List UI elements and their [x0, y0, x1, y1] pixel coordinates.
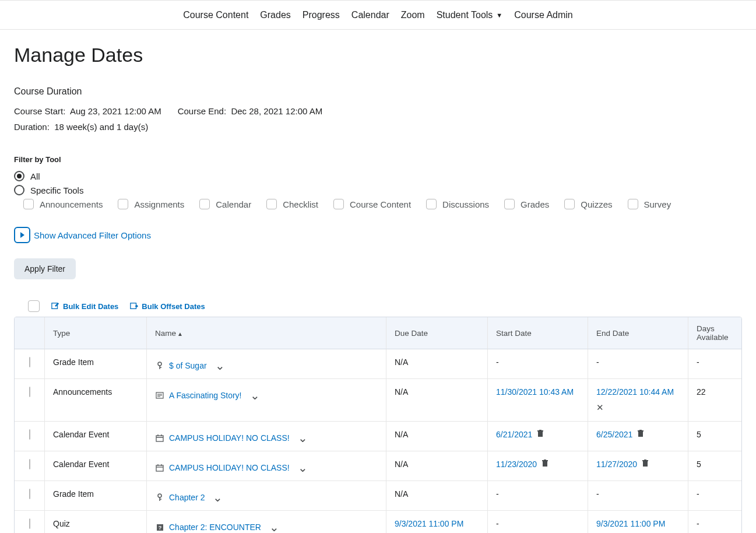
svg-point-2	[158, 362, 161, 366]
svg-rect-15	[539, 430, 541, 431]
tool-check-quizzes[interactable]: Quizzes	[564, 199, 612, 209]
course-length: Duration: 18 week(s) and 1 day(s)	[14, 122, 148, 132]
checkbox[interactable]	[266, 199, 277, 209]
start-cell: 11/30/2021 10:43 AM	[488, 379, 588, 422]
table-row: AnnouncementsA Fascinating Story!⌄N/A11/…	[15, 379, 741, 422]
start-cell: -	[488, 511, 588, 533]
start-date-link[interactable]: 11/23/2020	[496, 460, 537, 469]
start-date-link[interactable]: 6/21/2021	[496, 430, 532, 439]
type-cell: Announcements	[45, 379, 147, 422]
col-type-header[interactable]: Type	[45, 317, 147, 349]
tool-check-announcements[interactable]: Announcements	[23, 199, 103, 209]
checkbox[interactable]	[628, 199, 638, 209]
col-start-header[interactable]: Start Date	[488, 317, 588, 349]
days-cell: -	[688, 511, 741, 533]
tool-check-grades[interactable]: Grades	[504, 199, 549, 209]
end-date-link[interactable]: 11/27/2020	[596, 460, 637, 469]
row-checkbox[interactable]	[29, 459, 30, 469]
due-cell: N/A	[386, 422, 488, 451]
tool-check-checklist[interactable]: Checklist	[266, 199, 318, 209]
start-date-link[interactable]: 11/30/2021 10:43 AM	[496, 387, 574, 397]
row-checkbox[interactable]	[29, 387, 30, 397]
advanced-filter-link[interactable]: Show Advanced Filter Options	[34, 230, 151, 240]
nav-course-admin[interactable]: Course Admin	[514, 10, 573, 20]
end-date-link[interactable]: 9/3/2021 11:00 PM	[596, 519, 665, 528]
row-checkbox[interactable]	[29, 357, 30, 367]
filter-radio-all[interactable]: All	[14, 171, 742, 181]
expand-advanced-filter-icon[interactable]	[14, 227, 30, 243]
calendar-icon	[155, 434, 164, 442]
item-name-link[interactable]: Chapter 2: ENCOUNTER	[169, 523, 261, 532]
checkbox[interactable]	[118, 199, 128, 209]
type-cell: Calendar Event	[45, 451, 147, 481]
tool-check-calendar[interactable]: Calendar	[199, 199, 251, 209]
checkbox[interactable]	[564, 199, 575, 209]
tool-check-assignments[interactable]: Assignments	[118, 199, 184, 209]
checkbox[interactable]	[426, 199, 437, 209]
col-name-header[interactable]: Name▲	[147, 317, 386, 349]
bulk-edit-dates-link[interactable]: Bulk Edit Dates	[51, 302, 118, 311]
close-icon[interactable]: ✕	[596, 402, 680, 413]
nav-grades[interactable]: Grades	[260, 10, 290, 20]
trash-icon[interactable]	[537, 430, 544, 439]
nav-calendar[interactable]: Calendar	[351, 10, 389, 20]
checkbox[interactable]	[333, 199, 344, 209]
col-days-header[interactable]: Days Available	[688, 317, 741, 349]
due-cell: 9/3/2021 11:00 PM✕	[386, 511, 488, 533]
days-cell: 5	[688, 422, 741, 451]
item-name-link[interactable]: Chapter 2	[169, 493, 205, 502]
nav-student-tools[interactable]: Student Tools ▼	[437, 10, 503, 20]
tool-check-survey[interactable]: Survey	[628, 199, 671, 209]
col-end-header[interactable]: End Date	[588, 317, 688, 349]
course-start: Course Start: Aug 23, 2021 12:00 AM	[14, 106, 161, 116]
end-date-link[interactable]: 12/22/2021 10:44 AM	[596, 387, 674, 397]
row-checkbox[interactable]	[29, 518, 30, 529]
calendar-offset-icon	[130, 302, 138, 310]
radio-specific[interactable]	[14, 185, 24, 195]
end-date-link[interactable]: 6/25/2021	[596, 430, 632, 439]
svg-rect-9	[156, 436, 163, 441]
chevron-down-icon[interactable]: ⌄	[269, 524, 279, 530]
chevron-down-icon[interactable]: ⌄	[250, 392, 260, 398]
end-cell: -	[588, 349, 688, 379]
item-name-link[interactable]: A Fascinating Story!	[169, 391, 242, 400]
filter-radio-specific[interactable]: Specific Tools	[14, 185, 742, 195]
type-cell: Quiz	[45, 511, 147, 533]
svg-rect-26	[643, 461, 648, 467]
item-name-link[interactable]: CAMPUS HOLIDAY! NO CLASS!	[169, 433, 290, 443]
select-all-checkbox[interactable]	[28, 300, 40, 312]
chevron-down-icon[interactable]: ⌄	[298, 435, 308, 441]
tool-check-discussions[interactable]: Discussions	[426, 199, 489, 209]
trash-icon[interactable]	[637, 430, 644, 439]
row-checkbox[interactable]	[29, 489, 30, 499]
nav-progress[interactable]: Progress	[303, 10, 340, 20]
checkbox[interactable]	[199, 199, 210, 209]
chevron-down-icon[interactable]: ⌄	[213, 495, 223, 500]
start-cell: -	[488, 349, 588, 379]
bulk-offset-dates-link[interactable]: Bulk Offset Dates	[130, 302, 205, 311]
apply-filter-button[interactable]: Apply Filter	[14, 258, 76, 279]
checkbox[interactable]	[504, 199, 515, 209]
nav-zoom[interactable]: Zoom	[401, 10, 425, 20]
course-duration-heading: Course Duration	[14, 86, 742, 97]
checkbox[interactable]	[23, 199, 34, 209]
nav-course-content[interactable]: Course Content	[183, 10, 248, 20]
svg-rect-25	[544, 460, 546, 461]
col-due-header[interactable]: Due Date	[386, 317, 488, 349]
trash-icon[interactable]	[642, 460, 649, 469]
due-date-link[interactable]: 9/3/2021 11:00 PM	[395, 519, 463, 528]
tool-check-course-content[interactable]: Course Content	[333, 199, 411, 209]
item-name-link[interactable]: $ of Sugar	[169, 361, 207, 370]
item-name-link[interactable]: CAMPUS HOLIDAY! NO CLASS!	[169, 463, 290, 472]
svg-rect-28	[644, 460, 646, 461]
quiz-icon: ?	[155, 524, 164, 531]
trash-icon[interactable]	[541, 460, 548, 469]
radio-all[interactable]	[14, 171, 24, 181]
table-row: Quiz?Chapter 2: ENCOUNTER⌄9/3/2021 11:00…	[15, 511, 741, 533]
chevron-down-icon[interactable]: ⌄	[298, 465, 308, 471]
dates-table: Type Name▲ Due Date Start Date End Date …	[14, 317, 742, 533]
chevron-down-icon[interactable]: ⌄	[215, 363, 225, 369]
end-cell: 12/22/2021 10:44 AM✕	[588, 379, 688, 422]
svg-rect-23	[543, 461, 547, 467]
row-checkbox[interactable]	[29, 429, 30, 440]
